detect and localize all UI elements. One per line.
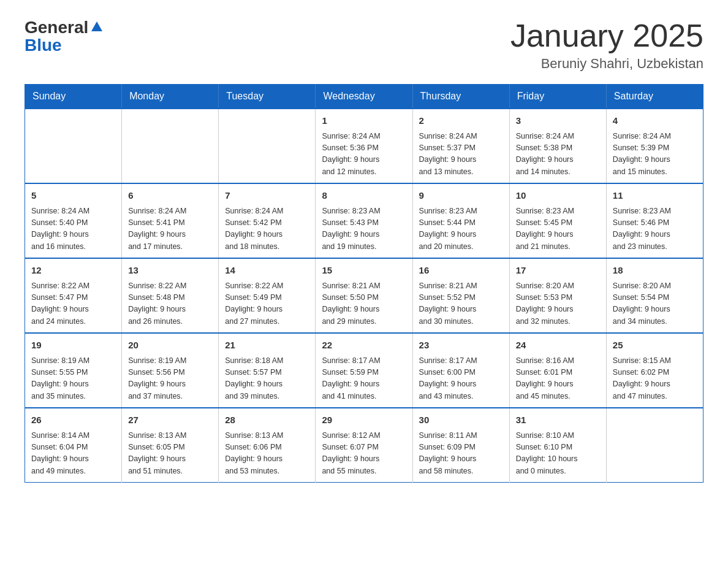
day-info: Sunrise: 8:15 AM Sunset: 6:02 PM Dayligh… [613,355,697,403]
day-info: Sunrise: 8:22 AM Sunset: 5:49 PM Dayligh… [225,280,309,328]
calendar-header: SundayMondayTuesdayWednesdayThursdayFrid… [25,85,703,109]
day-info: Sunrise: 8:24 AM Sunset: 5:38 PM Dayligh… [516,131,600,178]
day-cell: 13Sunrise: 8:22 AM Sunset: 5:48 PM Dayli… [122,258,219,333]
day-number: 31 [516,413,600,427]
day-info: Sunrise: 8:19 AM Sunset: 5:56 PM Dayligh… [128,355,212,403]
day-cell: 17Sunrise: 8:20 AM Sunset: 5:53 PM Dayli… [509,258,606,333]
day-number: 19 [31,339,115,353]
day-cell: 3Sunrise: 8:24 AM Sunset: 5:38 PM Daylig… [509,109,606,183]
day-info: Sunrise: 8:18 AM Sunset: 5:57 PM Dayligh… [225,355,309,403]
day-number: 2 [419,114,503,128]
day-cell: 30Sunrise: 8:11 AM Sunset: 6:09 PM Dayli… [412,408,509,483]
day-number: 3 [516,114,600,128]
day-info: Sunrise: 8:16 AM Sunset: 6:01 PM Dayligh… [516,355,600,403]
day-number: 16 [419,264,503,278]
day-info: Sunrise: 8:22 AM Sunset: 5:48 PM Dayligh… [128,280,212,328]
day-cell: 22Sunrise: 8:17 AM Sunset: 5:59 PM Dayli… [316,333,412,408]
logo-blue: Blue [25,36,104,55]
day-cell: 21Sunrise: 8:18 AM Sunset: 5:57 PM Dayli… [219,333,316,408]
week-row-2: 5Sunrise: 8:24 AM Sunset: 5:40 PM Daylig… [25,183,703,258]
day-cell: 29Sunrise: 8:12 AM Sunset: 6:07 PM Dayli… [316,408,412,483]
day-info: Sunrise: 8:21 AM Sunset: 5:50 PM Dayligh… [322,280,406,328]
header-friday: Friday [509,85,606,109]
day-cell: 25Sunrise: 8:15 AM Sunset: 6:02 PM Dayli… [606,333,703,408]
logo-general: General [25,18,88,37]
day-cell: 10Sunrise: 8:23 AM Sunset: 5:45 PM Dayli… [509,183,606,258]
day-number: 15 [322,264,406,278]
day-cell: 26Sunrise: 8:14 AM Sunset: 6:04 PM Dayli… [25,408,122,483]
day-cell: 11Sunrise: 8:23 AM Sunset: 5:46 PM Dayli… [606,183,703,258]
day-info: Sunrise: 8:10 AM Sunset: 6:10 PM Dayligh… [516,430,600,478]
logo-triangle-icon [90,20,104,34]
svg-marker-0 [91,21,102,31]
day-cell: 18Sunrise: 8:20 AM Sunset: 5:54 PM Dayli… [606,258,703,333]
day-cell: 23Sunrise: 8:17 AM Sunset: 6:00 PM Dayli… [412,333,509,408]
day-number: 26 [31,413,115,427]
header-monday: Monday [122,85,219,109]
day-number: 5 [31,189,115,203]
day-cell: 5Sunrise: 8:24 AM Sunset: 5:40 PM Daylig… [25,183,122,258]
day-cell [122,109,219,183]
day-number: 8 [322,189,406,203]
day-info: Sunrise: 8:24 AM Sunset: 5:42 PM Dayligh… [225,205,309,253]
day-number: 20 [128,339,212,353]
day-cell: 19Sunrise: 8:19 AM Sunset: 5:55 PM Dayli… [25,333,122,408]
day-number: 23 [419,339,503,353]
day-number: 1 [322,114,406,128]
calendar-table: SundayMondayTuesdayWednesdayThursdayFrid… [25,84,703,483]
day-cell: 15Sunrise: 8:21 AM Sunset: 5:50 PM Dayli… [316,258,412,333]
day-cell: 6Sunrise: 8:24 AM Sunset: 5:41 PM Daylig… [122,183,219,258]
header-sunday: Sunday [25,85,122,109]
day-number: 7 [225,189,309,203]
day-cell: 14Sunrise: 8:22 AM Sunset: 5:49 PM Dayli… [219,258,316,333]
day-cell [25,109,122,183]
day-cell: 12Sunrise: 8:22 AM Sunset: 5:47 PM Dayli… [25,258,122,333]
day-number: 11 [613,189,697,203]
day-info: Sunrise: 8:23 AM Sunset: 5:46 PM Dayligh… [613,205,697,253]
header-tuesday: Tuesday [219,85,316,109]
day-number: 10 [516,189,600,203]
day-cell: 24Sunrise: 8:16 AM Sunset: 6:01 PM Dayli… [509,333,606,408]
day-info: Sunrise: 8:17 AM Sunset: 5:59 PM Dayligh… [322,355,406,403]
page-title: January 2025 [510,18,703,53]
day-cell [606,408,703,483]
day-number: 17 [516,264,600,278]
day-info: Sunrise: 8:22 AM Sunset: 5:47 PM Dayligh… [31,280,115,328]
day-info: Sunrise: 8:24 AM Sunset: 5:37 PM Dayligh… [419,131,503,178]
day-cell: 27Sunrise: 8:13 AM Sunset: 6:05 PM Dayli… [122,408,219,483]
day-number: 13 [128,264,212,278]
day-info: Sunrise: 8:20 AM Sunset: 5:53 PM Dayligh… [516,280,600,328]
calendar-body: 1Sunrise: 8:24 AM Sunset: 5:36 PM Daylig… [25,109,703,483]
day-info: Sunrise: 8:24 AM Sunset: 5:40 PM Dayligh… [31,205,115,253]
day-info: Sunrise: 8:23 AM Sunset: 5:45 PM Dayligh… [516,205,600,253]
day-info: Sunrise: 8:21 AM Sunset: 5:52 PM Dayligh… [419,280,503,328]
header-wednesday: Wednesday [316,85,412,109]
day-info: Sunrise: 8:24 AM Sunset: 5:36 PM Dayligh… [322,131,406,178]
day-info: Sunrise: 8:11 AM Sunset: 6:09 PM Dayligh… [419,430,503,478]
logo: General Blue [25,18,104,55]
header-row: SundayMondayTuesdayWednesdayThursdayFrid… [25,85,703,109]
header-thursday: Thursday [412,85,509,109]
day-number: 30 [419,413,503,427]
day-info: Sunrise: 8:19 AM Sunset: 5:55 PM Dayligh… [31,355,115,403]
day-cell: 16Sunrise: 8:21 AM Sunset: 5:52 PM Dayli… [412,258,509,333]
day-cell: 2Sunrise: 8:24 AM Sunset: 5:37 PM Daylig… [412,109,509,183]
day-info: Sunrise: 8:23 AM Sunset: 5:44 PM Dayligh… [419,205,503,253]
day-number: 9 [419,189,503,203]
day-info: Sunrise: 8:24 AM Sunset: 5:41 PM Dayligh… [128,205,212,253]
week-row-1: 1Sunrise: 8:24 AM Sunset: 5:36 PM Daylig… [25,109,703,183]
day-info: Sunrise: 8:20 AM Sunset: 5:54 PM Dayligh… [613,280,697,328]
week-row-4: 19Sunrise: 8:19 AM Sunset: 5:55 PM Dayli… [25,333,703,408]
day-cell: 4Sunrise: 8:24 AM Sunset: 5:39 PM Daylig… [606,109,703,183]
day-number: 14 [225,264,309,278]
day-number: 22 [322,339,406,353]
day-cell: 1Sunrise: 8:24 AM Sunset: 5:36 PM Daylig… [316,109,412,183]
day-number: 12 [31,264,115,278]
day-cell: 20Sunrise: 8:19 AM Sunset: 5:56 PM Dayli… [122,333,219,408]
page-header: General Blue January 2025 Beruniy Shahri… [25,18,703,72]
header-saturday: Saturday [606,85,703,109]
day-number: 21 [225,339,309,353]
day-number: 18 [613,264,697,278]
day-info: Sunrise: 8:14 AM Sunset: 6:04 PM Dayligh… [31,430,115,478]
day-number: 25 [613,339,697,353]
